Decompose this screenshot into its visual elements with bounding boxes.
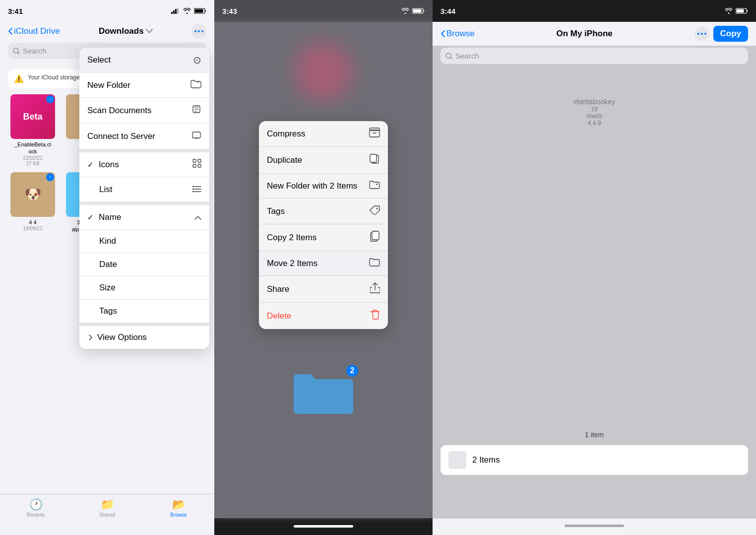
p3-list-item[interactable]: 2 Items [441, 445, 748, 475]
archivebox-icon [369, 128, 380, 140]
svg-text:+: + [376, 182, 378, 187]
folder-with-badge: 2 [291, 367, 356, 419]
list-item[interactable]: ↑ 🐶 4 4 19/09/22 [8, 172, 58, 233]
chevron-up-icon [194, 211, 201, 223]
wifi-icon [183, 8, 191, 14]
wifi-icon-2 [401, 8, 409, 14]
folder-badge-area: 2 [291, 367, 356, 419]
list-item[interactable]: ↑ Beta _EnableBeta.clock 22/02/22 27 KB [8, 94, 58, 166]
menu-item-view-options[interactable]: View Options [79, 326, 209, 349]
cloud-badge: ↑ [46, 95, 54, 103]
list-item-icon [448, 451, 466, 469]
menu-item-new-folder[interactable]: New Folder + [79, 73, 209, 98]
ctx-duplicate[interactable]: Duplicate [259, 147, 388, 174]
checkmark-name: ✓ [87, 213, 94, 222]
copy-button[interactable]: Copy [713, 26, 749, 42]
menu-item-list[interactable]: List [79, 177, 209, 202]
overlay-content: #bettabookey 19 cherts 4.4.9 [573, 98, 615, 127]
ctx-compress[interactable]: Compress [259, 121, 388, 147]
list-icon [192, 184, 201, 195]
menu-item-select[interactable]: Select ⊙ [79, 48, 209, 73]
tab-recents[interactable]: 🕐 Recents [16, 498, 56, 518]
file-date-beta: 22/02/22 [23, 155, 43, 161]
menu-item-tags[interactable]: Tags [79, 300, 209, 323]
p3-home-bar [433, 518, 756, 535]
menu-item-icons[interactable]: ✓ Icons [79, 152, 209, 177]
menu-item-date[interactable]: Date [79, 253, 209, 276]
signal-icon [171, 8, 180, 14]
menu-label-connect: Connect to Server [87, 132, 155, 141]
p2-home-bar [214, 518, 433, 535]
panel-on-my-iphone: 3:44 Browse [433, 0, 756, 535]
chevron-right-icon-small [87, 334, 94, 341]
shared-icon: 📁 [101, 498, 114, 511]
svg-line-10 [18, 53, 19, 54]
ctx-copy-items[interactable]: Copy 2 Items [259, 224, 388, 251]
dropdown-menu: Select ⊙ New Folder + Scan Documents [79, 48, 209, 349]
menu-item-connect[interactable]: Connect to Server [79, 124, 209, 149]
ctx-new-folder-items[interactable]: New Folder with 2 Items + [259, 174, 388, 199]
svg-rect-13 [192, 132, 200, 138]
doc-clipboard-icon [370, 231, 380, 244]
search-placeholder-1: Search [23, 47, 47, 55]
back-button-1[interactable]: iCloud Drive [8, 26, 60, 36]
menu-item-scan[interactable]: Scan Documents [79, 98, 209, 124]
file-thumb-beta: ↑ Beta [10, 94, 55, 139]
menu-label-size: Size [99, 283, 116, 293]
beta-label: Beta [23, 112, 42, 122]
ctx-tags[interactable]: Tags [259, 199, 388, 224]
tab-label-shared: Shared [99, 512, 115, 518]
blur-circle [294, 42, 353, 101]
menu-item-kind[interactable]: Kind [79, 230, 209, 253]
doc-on-doc-icon [369, 153, 380, 167]
trash-icon [370, 309, 380, 323]
file-size-beta: 27 KB [26, 161, 39, 166]
svg-point-7 [198, 30, 200, 32]
search-icon-1 [13, 48, 20, 55]
battery-icon-3 [736, 8, 748, 14]
more-button-3[interactable] [694, 26, 709, 41]
back-label-3: Browse [446, 29, 475, 39]
ctx-label-share: Share [267, 284, 289, 294]
menu-label-kind: Kind [99, 236, 116, 246]
p2-content-area: Compress Duplicate [214, 22, 433, 518]
p3-bottom-section: 1 item 2 Items [433, 430, 756, 475]
menu-label-tags: Tags [99, 306, 117, 316]
item-count-label: 1 item [585, 431, 604, 439]
p3-background: 3:44 Browse [433, 0, 756, 535]
ctx-move-items[interactable]: Move 2 Items [259, 251, 388, 276]
status-icons-1 [171, 8, 206, 14]
svg-point-41 [701, 33, 703, 35]
ctx-label-move-items: Move 2 Items [267, 259, 317, 268]
back-button-3[interactable]: Browse [441, 29, 475, 39]
share-icon [370, 282, 380, 296]
more-button-1[interactable] [191, 24, 206, 39]
status-time-2: 3:43 [222, 7, 237, 15]
svg-point-34 [377, 208, 378, 209]
menu-item-size[interactable]: Size [79, 276, 209, 300]
ctx-delete[interactable]: Delete [259, 303, 388, 329]
chevron-left-icon-3 [441, 30, 445, 38]
tab-label-browse: Browse [170, 512, 187, 518]
svg-rect-39 [737, 9, 744, 13]
svg-rect-16 [193, 159, 196, 162]
search-bar-3[interactable]: Search [441, 48, 748, 64]
item-count-text: 1 item [433, 430, 756, 439]
grid-icon [192, 159, 201, 170]
ctx-share[interactable]: Share [259, 276, 388, 303]
svg-point-23 [192, 186, 194, 188]
overlay-line4: 4.4.9 [573, 120, 615, 127]
copy-label: Copy [720, 29, 742, 38]
svg-rect-37 [372, 231, 379, 240]
menu-item-name[interactable]: ✓ Name [79, 205, 209, 230]
home-indicator [294, 525, 353, 528]
overlay-line2: 19 [573, 106, 615, 113]
title-text-1: Downloads [99, 26, 144, 36]
p2-background: 3:43 [214, 0, 433, 535]
tab-shared[interactable]: 📁 Shared [87, 498, 127, 518]
tab-browse[interactable]: 📂 Browse [159, 498, 198, 518]
menu-label-list: List [99, 185, 112, 195]
page-title-1: Downloads [99, 26, 153, 36]
menu-label-select: Select [87, 55, 111, 65]
menu-label-view-options: View Options [97, 333, 147, 342]
